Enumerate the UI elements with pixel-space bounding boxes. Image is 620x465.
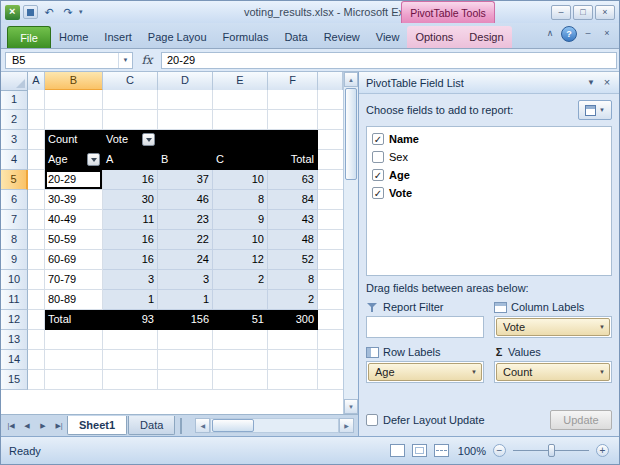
cell-D3[interactable] [158,130,213,150]
column-header-E[interactable]: E [213,72,268,91]
ribbon-tab-insert[interactable]: Insert [96,26,140,48]
cell-A8[interactable] [28,230,45,250]
row-header-15[interactable]: 15 [1,370,28,390]
cell-B7[interactable]: 40-49 [45,210,103,230]
pane-close-icon[interactable]: × [599,75,615,90]
cell-A15[interactable] [28,370,45,390]
field-button-age[interactable]: Age▼ [368,363,482,381]
scroll-down-icon[interactable]: ▼ [344,399,358,414]
cell-D12[interactable]: 156 [158,310,213,330]
cell-A11[interactable] [28,290,45,310]
field-button-vote[interactable]: Vote▼ [496,318,610,336]
cell-A4[interactable] [28,150,45,170]
ribbon-tab-file[interactable]: File [7,26,51,48]
cell-F13[interactable] [268,330,318,350]
cell-C1[interactable] [103,90,158,110]
checkbox-vote[interactable] [372,187,384,199]
select-all-corner[interactable] [1,72,28,91]
horizontal-scroll-track[interactable] [210,418,339,433]
cell-F14[interactable] [268,350,318,370]
cell-C15[interactable] [103,370,158,390]
row-header-7[interactable]: 7 [1,210,28,230]
cell-F2[interactable] [268,110,318,130]
cell-B6[interactable]: 30-39 [45,190,103,210]
cell-F1[interactable] [268,90,318,110]
field-list-layout-button[interactable]: ▼ [578,100,612,120]
row-header-13[interactable]: 13 [1,330,28,350]
cell-A14[interactable] [28,350,45,370]
cell-F7[interactable]: 43 [268,210,318,230]
vertical-scroll-track[interactable] [344,181,358,399]
zoom-slider[interactable] [513,444,589,457]
cell-B1[interactable] [45,90,103,110]
cell-F4[interactable]: Total [268,150,318,170]
cell-C10[interactable]: 3 [103,270,158,290]
cell-A3[interactable] [28,130,45,150]
checkbox-age[interactable] [372,169,384,181]
zoom-out-icon[interactable]: − [493,444,506,457]
prev-sheet-icon[interactable]: ◀ [19,418,35,434]
cell-C6[interactable]: 30 [103,190,158,210]
cell-A12[interactable] [28,310,45,330]
scroll-up-icon[interactable]: ▲ [344,72,358,87]
cell-D14[interactable] [158,350,213,370]
tab-split-handle[interactable] [180,418,187,434]
field-button-count[interactable]: Count▼ [496,363,610,381]
checkbox-sex[interactable] [372,151,384,163]
cell-E12[interactable]: 51 [213,310,268,330]
last-sheet-icon[interactable]: ▶| [51,418,67,434]
cell-E11[interactable] [213,290,268,310]
ribbon-tab-view[interactable]: View [368,26,408,48]
cell-A7[interactable] [28,210,45,230]
cell-B14[interactable] [45,350,103,370]
ribbon-tab-home[interactable]: Home [51,26,96,48]
cell-D11[interactable]: 1 [158,290,213,310]
cell-D1[interactable] [158,90,213,110]
cell-E1[interactable] [213,90,268,110]
redo-icon[interactable]: ↷ [60,4,76,20]
vertical-scrollbar[interactable]: ▲ ▼ [343,72,358,414]
row-header-4[interactable]: 4 [1,150,28,170]
ribbon-tab-options[interactable]: Options [407,26,461,48]
cell-B9[interactable]: 60-69 [45,250,103,270]
cell-C9[interactable]: 16 [103,250,158,270]
cell-F8[interactable]: 48 [268,230,318,250]
row-header-10[interactable]: 10 [1,270,28,290]
area-box-values[interactable]: Count▼ [494,361,612,383]
column-header-D[interactable]: D [158,72,213,91]
row-header-11[interactable]: 11 [1,290,28,310]
row-header-9[interactable]: 9 [1,250,28,270]
cell-C5[interactable]: 16 [103,170,158,190]
cell-F15[interactable] [268,370,318,390]
view-page-layout-icon[interactable] [412,444,427,457]
ribbon-tab-review[interactable]: Review [316,26,368,48]
row-header-1[interactable]: 1 [1,90,28,110]
scroll-left-icon[interactable]: ◀ [195,418,210,433]
cell-B11[interactable]: 80-89 [45,290,103,310]
column-header-B[interactable]: B [45,72,103,91]
cell-B3[interactable]: Count [45,130,103,150]
cell-E5[interactable]: 10 [213,170,268,190]
cell-A5[interactable] [28,170,45,190]
cell-C7[interactable]: 11 [103,210,158,230]
cell-D2[interactable] [158,110,213,130]
cell-A9[interactable] [28,250,45,270]
cell-F6[interactable]: 84 [268,190,318,210]
minimize-ribbon-icon[interactable]: ∧ [542,26,558,42]
scroll-right-icon[interactable]: ▶ [339,418,354,433]
cell-E3[interactable] [213,130,268,150]
name-box[interactable]: B5 ▼ [5,52,133,69]
cell-C2[interactable] [103,110,158,130]
name-box-dropdown-icon[interactable]: ▼ [118,53,132,68]
field-item-name[interactable]: Name [369,130,609,148]
area-box-row-labels[interactable]: Age▼ [366,361,484,383]
cell-F12[interactable]: 300 [268,310,318,330]
pane-options-dropdown-icon[interactable]: ▼ [583,75,599,90]
cell-D5[interactable]: 37 [158,170,213,190]
cell-B8[interactable]: 50-59 [45,230,103,250]
field-item-age[interactable]: Age [369,166,609,184]
view-normal-icon[interactable] [390,444,405,457]
zoom-in-icon[interactable]: + [596,444,609,457]
window-maximize-icon[interactable]: □ [573,5,593,20]
field-item-vote[interactable]: Vote [369,184,609,202]
